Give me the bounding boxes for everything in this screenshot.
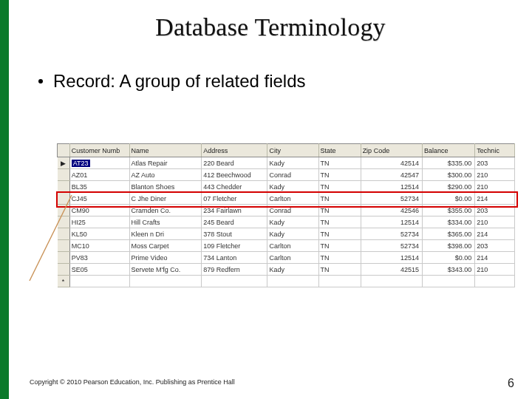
table-row[interactable]: HI25Hill Crafts245 BeardKadyTN12514$334.…: [58, 216, 515, 228]
cell-customer-number[interactable]: KL50: [69, 228, 129, 240]
cell-technic[interactable]: 214: [475, 193, 515, 205]
empty-cell[interactable]: [202, 276, 267, 287]
cell-customer-number[interactable]: CJ45: [69, 193, 129, 205]
row-selector[interactable]: ▶: [58, 157, 70, 169]
cell-state[interactable]: TN: [318, 193, 361, 205]
empty-cell[interactable]: [361, 276, 422, 287]
cell-customer-number[interactable]: PV83: [69, 252, 129, 264]
cell-zip[interactable]: 52734: [361, 240, 422, 252]
cell-address[interactable]: 412 Beechwood: [202, 169, 267, 181]
row-selector[interactable]: [58, 193, 70, 205]
cell-zip[interactable]: 42547: [361, 169, 422, 181]
cell-technic[interactable]: 210: [475, 181, 515, 193]
table-row[interactable]: KL50Kleen n Dri378 StoutKadyTN52734$365.…: [58, 228, 515, 240]
cell-zip[interactable]: 12514: [361, 216, 422, 228]
cell-city[interactable]: Kady: [267, 216, 318, 228]
row-selector[interactable]: [58, 181, 70, 193]
cell-balance[interactable]: $355.00: [422, 205, 474, 216]
cell-state[interactable]: TN: [318, 228, 361, 240]
cell-balance[interactable]: $335.00: [422, 157, 474, 169]
empty-cell[interactable]: [318, 276, 361, 287]
table-row[interactable]: CJ45C Jhe Diner07 FletcherCarltonTN52734…: [58, 193, 515, 205]
new-record-marker[interactable]: *: [58, 276, 70, 287]
cell-balance[interactable]: $365.00: [422, 228, 474, 240]
row-selector[interactable]: [58, 264, 70, 276]
cell-address[interactable]: 07 Fletcher: [202, 193, 267, 205]
table-row[interactable]: AZ01AZ Auto412 BeechwoodConradTN42547$30…: [58, 169, 515, 181]
cell-state[interactable]: TN: [318, 252, 361, 264]
empty-cell[interactable]: [422, 276, 474, 287]
cell-balance[interactable]: $0.00: [422, 252, 474, 264]
cell-city[interactable]: Kady: [267, 264, 318, 276]
cell-customer-number[interactable]: AT23: [69, 157, 129, 169]
table-row[interactable]: SE05Servete M'fg Co.879 RedfernKadyTN425…: [58, 264, 515, 276]
table-row[interactable]: ▶AT23Atlas Repair220 BeardKadyTN42514$33…: [58, 157, 515, 169]
cell-state[interactable]: TN: [318, 157, 361, 169]
cell-city[interactable]: Carlton: [267, 193, 318, 205]
col-zip[interactable]: Zip Code: [361, 144, 422, 157]
cell-customer-number[interactable]: BL35: [69, 181, 129, 193]
cell-balance[interactable]: $334.00: [422, 216, 474, 228]
col-customer-number[interactable]: Customer Numb: [69, 144, 129, 157]
cell-zip[interactable]: 42546: [361, 205, 422, 216]
empty-cell[interactable]: [475, 276, 515, 287]
cell-balance[interactable]: $290.00: [422, 181, 474, 193]
row-selector[interactable]: [58, 205, 70, 216]
cell-name[interactable]: Hill Crafts: [129, 216, 202, 228]
cell-address[interactable]: 879 Redfern: [202, 264, 267, 276]
cell-state[interactable]: TN: [318, 181, 361, 193]
col-city[interactable]: City: [267, 144, 318, 157]
cell-balance[interactable]: $398.00: [422, 240, 474, 252]
cell-customer-number[interactable]: SE05: [69, 264, 129, 276]
cell-address[interactable]: 734 Lanton: [202, 252, 267, 264]
row-selector[interactable]: [58, 240, 70, 252]
cell-name[interactable]: Servete M'fg Co.: [129, 264, 202, 276]
cell-state[interactable]: TN: [318, 240, 361, 252]
cell-address[interactable]: 245 Beard: [202, 216, 267, 228]
row-selector[interactable]: [58, 216, 70, 228]
cell-customer-number[interactable]: HI25: [69, 216, 129, 228]
cell-zip[interactable]: 42515: [361, 264, 422, 276]
row-selector[interactable]: [58, 228, 70, 240]
cell-state[interactable]: TN: [318, 216, 361, 228]
col-address[interactable]: Address: [202, 144, 267, 157]
cell-technic[interactable]: 210: [475, 216, 515, 228]
cell-name[interactable]: Cramden Co.: [129, 205, 202, 216]
select-all-corner[interactable]: [58, 144, 70, 157]
col-technic[interactable]: Technic: [475, 144, 515, 157]
new-record-row[interactable]: *: [58, 276, 515, 287]
cell-technic[interactable]: 214: [475, 252, 515, 264]
table-row[interactable]: CM90Cramden Co.234 FairlawnConradTN42546…: [58, 205, 515, 216]
cell-zip[interactable]: 52734: [361, 193, 422, 205]
cell-state[interactable]: TN: [318, 169, 361, 181]
cell-zip[interactable]: 52734: [361, 228, 422, 240]
table-row[interactable]: PV83Prime Video734 LantonCarltonTN12514$…: [58, 252, 515, 264]
cell-address[interactable]: 378 Stout: [202, 228, 267, 240]
cell-city[interactable]: Conrad: [267, 169, 318, 181]
cell-technic[interactable]: 210: [475, 264, 515, 276]
cell-customer-number[interactable]: AZ01: [69, 169, 129, 181]
cell-address[interactable]: 234 Fairlawn: [202, 205, 267, 216]
cell-balance[interactable]: $0.00: [422, 193, 474, 205]
cell-zip[interactable]: 12514: [361, 181, 422, 193]
table-row[interactable]: BL35Blanton Shoes443 ChedderKadyTN12514$…: [58, 181, 515, 193]
cell-technic[interactable]: 203: [475, 240, 515, 252]
cell-technic[interactable]: 210: [475, 169, 515, 181]
cell-city[interactable]: Kady: [267, 228, 318, 240]
cell-customer-number[interactable]: MC10: [69, 240, 129, 252]
cell-name[interactable]: AZ Auto: [129, 169, 202, 181]
cell-technic[interactable]: 214: [475, 228, 515, 240]
cell-name[interactable]: Blanton Shoes: [129, 181, 202, 193]
empty-cell[interactable]: [69, 276, 129, 287]
col-state[interactable]: State: [318, 144, 361, 157]
col-name[interactable]: Name: [129, 144, 202, 157]
row-selector[interactable]: [58, 252, 70, 264]
table-row[interactable]: MC10Moss Carpet109 FletcherCarltonTN5273…: [58, 240, 515, 252]
empty-cell[interactable]: [129, 276, 202, 287]
cell-zip[interactable]: 42514: [361, 157, 422, 169]
cell-city[interactable]: Kady: [267, 157, 318, 169]
cell-address[interactable]: 109 Fletcher: [202, 240, 267, 252]
cell-address[interactable]: 220 Beard: [202, 157, 267, 169]
cell-name[interactable]: Kleen n Dri: [129, 228, 202, 240]
cell-technic[interactable]: 203: [475, 205, 515, 216]
